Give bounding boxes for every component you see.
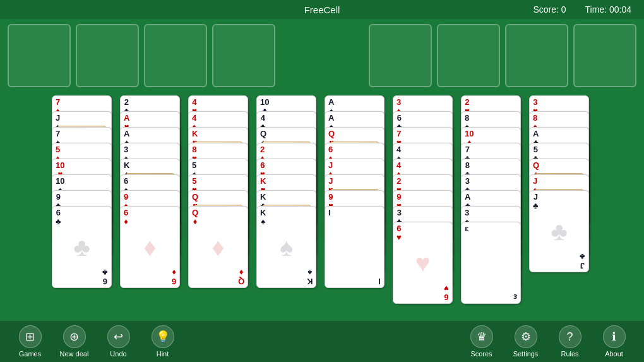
foundation-piles — [369, 24, 636, 90]
card[interactable]: 6 ♦ ♦ 6 ♦ — [120, 206, 180, 288]
toolbar-btn-hint[interactable]: 💡 Hint — [145, 325, 180, 358]
column-6: 3 ♦ ♦ 3 ♦ 6 ♣ ♣ 6 ♣ — [393, 95, 456, 304]
column-8: 3 ♥ ♥ 3 ♥ 8 ♦ ♦ 8 ♦ — [529, 95, 592, 304]
undo-label: Undo — [110, 350, 126, 358]
about-icon: ℹ — [603, 325, 626, 348]
toolbar-btn-settings[interactable]: ⚙ Settings — [508, 325, 543, 358]
score-area: Score: 0 Time: 00:04 — [533, 4, 631, 15]
card[interactable]: 6 ♣ ♣ 6 ♣ — [52, 206, 112, 288]
card[interactable]: J ♣ ♣ J ♣ — [529, 190, 589, 272]
toolbar-right: ♛ Scores ⚙ Settings ? Rules ℹ About — [464, 325, 631, 358]
header: FreeCell Score: 0 Time: 00:04 — [0, 0, 644, 19]
toolbar-btn-about[interactable]: ℹ About — [597, 325, 631, 358]
toolbar-btn-scores[interactable]: ♛ Scores — [464, 325, 499, 358]
rules-label: Rules — [561, 350, 578, 358]
foundation-1[interactable] — [369, 24, 432, 87]
scores-label: Scores — [470, 350, 492, 358]
settings-icon: ⚙ — [515, 325, 537, 348]
new-deal-label: New deal — [60, 350, 89, 358]
top-row — [8, 24, 636, 90]
foundation-2[interactable] — [437, 24, 500, 87]
card[interactable]: 6 ♥ ♥ 6 ♥ — [393, 222, 453, 304]
toolbar-left: ⊞ Games ⊕ New deal ↩ Undo 💡 Hint — [13, 325, 180, 358]
column-1: 7 ♦ ♦ 7 ♦ J ♠ 🤵 J ♠ — [52, 95, 115, 304]
hint-icon: 💡 — [152, 325, 174, 348]
column-3: 4 ♥ ♥ 4 ♥ 4 ♦ ♦ 4 ♦ — [188, 95, 251, 304]
score-display: Score: 0 — [533, 4, 566, 15]
scores-icon: ♛ — [470, 325, 493, 348]
toolbar-btn-undo[interactable]: ↩ Undo — [101, 325, 136, 358]
undo-icon: ↩ — [107, 325, 130, 348]
foundation-4[interactable] — [573, 24, 636, 87]
games-label: Games — [19, 350, 41, 358]
column-2: 2 ♣ ♣ 2 ♣ A ♥ ♥ A ♥ — [120, 95, 183, 304]
new-deal-icon: ⊕ — [63, 325, 86, 348]
free-cell-2[interactable] — [76, 24, 139, 87]
rules-icon: ? — [559, 325, 581, 348]
free-cell-3[interactable] — [144, 24, 207, 87]
about-label: About — [605, 350, 623, 358]
time-display: Time: 00:04 — [585, 4, 631, 15]
card[interactable]: I I — [325, 206, 385, 288]
foundation-3[interactable] — [505, 24, 568, 87]
toolbar-btn-rules[interactable]: ? Rules — [552, 325, 587, 358]
toolbar: ⊞ Games ⊕ New deal ↩ Undo 💡 Hint ♛ Score… — [0, 321, 644, 362]
free-cells — [8, 24, 275, 90]
game-area: 7 ♦ ♦ 7 ♦ J ♠ 🤵 J ♠ — [0, 19, 644, 321]
column-7: 2 ♥ ♥ 2 ♥ 8 ♠ ♠ 8 ♠ — [461, 95, 524, 304]
free-cell-1[interactable] — [8, 24, 71, 87]
hint-label: Hint — [157, 350, 169, 358]
free-cell-4[interactable] — [212, 24, 275, 87]
toolbar-btn-games[interactable]: ⊞ Games — [13, 325, 47, 358]
card-columns: 7 ♦ ♦ 7 ♦ J ♠ 🤵 J ♠ — [8, 95, 636, 304]
column-4: 10 ♣ ♣ 10 ♣ 4 ♣ ♣ 4 ♣ — [256, 95, 319, 304]
card[interactable]: ε ε — [461, 222, 521, 304]
column-5: A ♠ ♠ A ♠ A ♠ ♠ A ♠ — [325, 95, 388, 304]
settings-label: Settings — [513, 350, 539, 358]
card[interactable]: Q ♦ ♦ Q ♦ — [188, 206, 248, 288]
card[interactable]: K ♠ ♠ K ♠ — [256, 206, 316, 288]
games-icon: ⊞ — [19, 325, 42, 348]
toolbar-btn-new-deal[interactable]: ⊕ New deal — [57, 325, 92, 358]
